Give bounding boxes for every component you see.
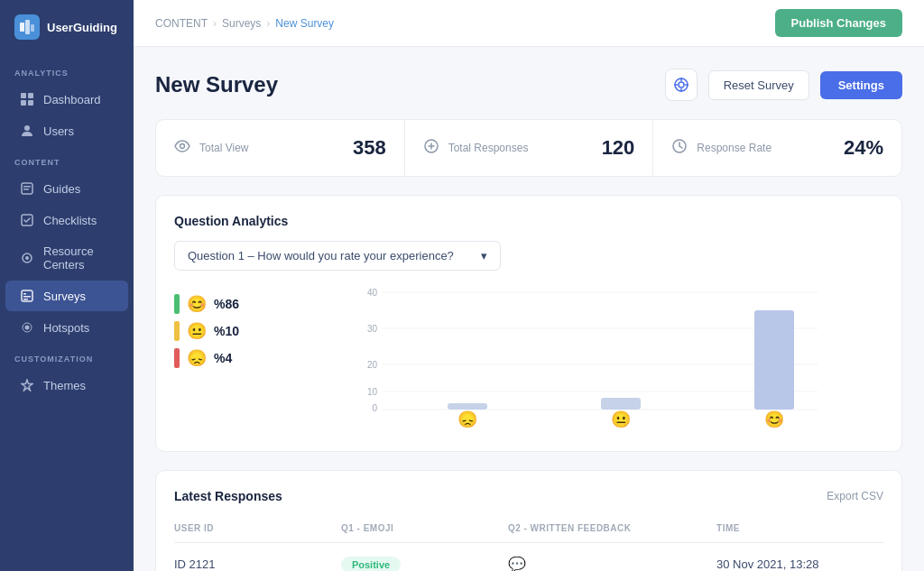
svg-rect-9 xyxy=(23,186,31,188)
svg-text:20: 20 xyxy=(367,360,378,370)
analytics-title: Question Analytics xyxy=(174,214,883,228)
svg-point-21 xyxy=(679,82,684,87)
sidebar-section-analytics: ANALYTICS Dashboard Users xyxy=(0,58,134,147)
section-label-customization: CUSTOMIZATION xyxy=(0,344,134,369)
sidebar-item-dashboard[interactable]: Dashboard xyxy=(5,84,128,115)
svg-rect-5 xyxy=(21,100,26,106)
td-feedback-1: 💬 xyxy=(508,556,716,571)
legend-emoji-negative: 😞 xyxy=(187,348,207,368)
svg-rect-16 xyxy=(23,296,31,298)
sidebar-item-users[interactable]: Users xyxy=(5,115,128,146)
svg-text:30: 30 xyxy=(367,324,378,334)
sidebar-label-themes: Themes xyxy=(43,379,86,392)
stat-value-total-responses: 120 xyxy=(602,136,635,160)
checklists-icon xyxy=(20,213,34,227)
breadcrumb: CONTENT › Surveys › New Survey xyxy=(155,17,334,30)
svg-point-7 xyxy=(24,125,30,131)
svg-rect-2 xyxy=(31,24,34,32)
svg-rect-3 xyxy=(21,93,26,98)
table-row: ID 2121 Positive 💬 30 Nov 2021, 13:28 xyxy=(174,543,883,571)
target-icon-button[interactable] xyxy=(665,69,698,101)
chart-area: 😊 %86 😐 %10 😞 %4 xyxy=(174,285,883,433)
svg-rect-4 xyxy=(28,93,33,98)
dashboard-icon xyxy=(20,92,34,106)
sidebar-label-guides: Guides xyxy=(43,182,80,196)
sidebar-item-guides[interactable]: Guides xyxy=(5,173,128,204)
sidebar-label-resource-centers: Resource Centers xyxy=(43,244,114,272)
th-time: TIME xyxy=(716,523,883,533)
bar-chart-wrapper: 40 30 20 10 0 xyxy=(300,285,883,433)
chevron-down-icon: ▾ xyxy=(481,249,487,262)
breadcrumb-sep-1: › xyxy=(213,17,217,30)
analytics-card: Question Analytics Question 1 – How woul… xyxy=(155,195,902,452)
svg-rect-10 xyxy=(23,189,29,190)
hotspots-icon xyxy=(20,320,34,335)
breadcrumb-surveys: Surveys xyxy=(222,17,261,30)
sidebar-label-surveys: Surveys xyxy=(43,290,86,303)
responses-icon xyxy=(423,139,439,157)
badge-positive: Positive xyxy=(341,557,401,572)
main-content: CONTENT › Surveys › New Survey Publish C… xyxy=(134,0,924,571)
breadcrumb-content: CONTENT xyxy=(155,17,208,30)
sidebar-section-content: CONTENT Guides Checklists xyxy=(0,147,134,344)
svg-text:40: 40 xyxy=(367,288,378,298)
legend-item-neutral: 😐 %10 xyxy=(174,321,282,341)
svg-rect-0 xyxy=(20,23,24,32)
legend-bar-positive xyxy=(174,294,180,314)
publish-button[interactable]: Publish Changes xyxy=(775,9,902,37)
stat-value-total-view: 358 xyxy=(353,136,386,160)
sidebar-item-surveys[interactable]: Surveys xyxy=(5,281,128,311)
legend-pct-negative: %4 xyxy=(214,351,232,365)
sidebar-label-users: Users xyxy=(43,124,74,138)
page-title: New Survey xyxy=(155,72,278,97)
question-select-dropdown[interactable]: Question 1 – How would you rate your exp… xyxy=(174,241,501,271)
stat-label-total-view: Total View xyxy=(199,142,344,154)
svg-point-18 xyxy=(25,326,30,330)
sidebar-section-customization: CUSTOMIZATION Themes xyxy=(0,344,134,401)
x-label-neutral: 😐 xyxy=(611,410,632,429)
responses-card: Latest Responses Export CSV USER ID Q1 -… xyxy=(155,470,902,571)
rate-icon xyxy=(671,139,688,157)
logo-text: UserGuiding xyxy=(47,21,117,34)
svg-rect-6 xyxy=(28,100,33,106)
sidebar-label-checklists: Checklists xyxy=(43,214,97,227)
legend-item-positive: 😊 %86 xyxy=(174,294,282,314)
users-icon xyxy=(20,124,34,138)
page-header: New Survey Reset Survey Settings xyxy=(155,69,902,101)
sidebar-item-checklists[interactable]: Checklists xyxy=(5,205,128,235)
td-user-id-1: ID 2121 xyxy=(174,557,341,571)
stat-card-total-responses: Total Responses 120 xyxy=(405,120,654,176)
reset-survey-button[interactable]: Reset Survey xyxy=(708,70,809,100)
legend-emoji-neutral: 😐 xyxy=(187,321,207,341)
logo-icon xyxy=(14,14,40,40)
sidebar-label-hotspots: Hotspots xyxy=(43,321,89,335)
page-content: New Survey Reset Survey Settings xyxy=(134,47,924,571)
sidebar: UserGuiding ANALYTICS Dashboard xyxy=(0,0,134,571)
stat-label-response-rate: Response Rate xyxy=(697,142,835,154)
responses-header: Latest Responses Export CSV xyxy=(174,489,883,503)
section-label-content: CONTENT xyxy=(0,147,134,172)
th-user-id: USER ID xyxy=(174,523,341,533)
sidebar-item-hotspots[interactable]: Hotspots xyxy=(5,312,128,343)
sidebar-item-themes[interactable]: Themes xyxy=(5,370,128,401)
legend-bar-neutral xyxy=(174,321,180,341)
svg-rect-1 xyxy=(25,20,30,34)
guides-icon xyxy=(20,181,34,196)
sidebar-item-resource-centers[interactable]: Resource Centers xyxy=(5,236,128,280)
export-csv-button[interactable]: Export CSV xyxy=(827,490,883,502)
breadcrumb-sep-2: › xyxy=(266,17,270,30)
settings-button[interactable]: Settings xyxy=(820,71,902,99)
svg-point-26 xyxy=(180,144,185,149)
svg-point-13 xyxy=(25,256,29,260)
topnav: CONTENT › Surveys › New Survey Publish C… xyxy=(134,0,924,47)
section-label-analytics: ANALYTICS xyxy=(0,58,134,83)
legend-item-negative: 😞 %4 xyxy=(174,348,282,368)
stat-label-total-responses: Total Responses xyxy=(448,142,593,154)
stats-row: Total View 358 Total Responses 120 xyxy=(155,119,902,177)
x-label-happy: 😊 xyxy=(764,410,785,429)
th-q2-feedback: Q2 - WRITTEN FEEDBACK xyxy=(508,523,716,533)
legend-pct-neutral: %10 xyxy=(214,324,239,338)
td-badge-1: Positive xyxy=(341,557,508,572)
eye-icon xyxy=(174,140,190,156)
sidebar-label-dashboard: Dashboard xyxy=(43,93,101,106)
